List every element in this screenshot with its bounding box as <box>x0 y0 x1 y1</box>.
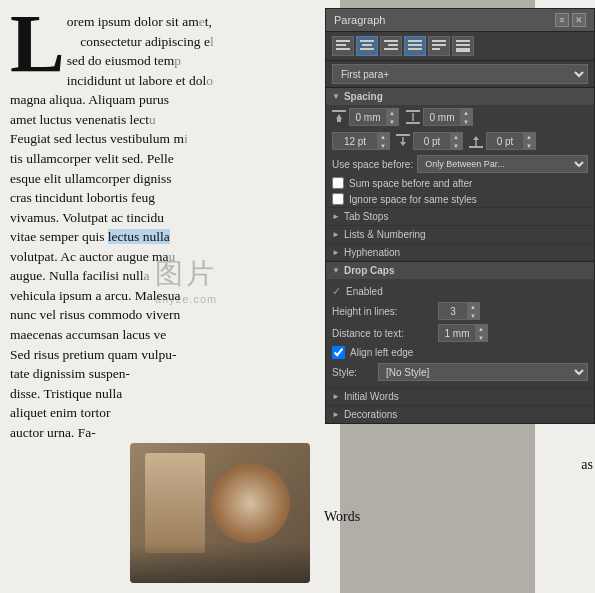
distance-input[interactable]: ▲ ▼ <box>438 324 488 342</box>
initial-words-link[interactable]: Initial Words <box>326 387 594 405</box>
alignment-toolbar <box>326 32 594 61</box>
sum-space-row: Sum space before and after <box>326 175 594 191</box>
height-up[interactable]: ▲ <box>467 302 479 311</box>
svg-rect-8 <box>384 48 398 50</box>
decorative-image <box>130 443 310 583</box>
height-input[interactable]: ▲ ▼ <box>438 302 480 320</box>
enabled-row: ✓ Enabled <box>332 283 588 300</box>
distance-down[interactable]: ▼ <box>475 333 487 342</box>
svg-rect-30 <box>469 146 483 148</box>
before-down[interactable]: ▼ <box>450 141 462 150</box>
spacing-row-1: ▲ ▼ ▲ ▼ <box>326 105 594 129</box>
svg-rect-1 <box>336 44 346 46</box>
svg-rect-18 <box>456 50 470 52</box>
panel-title: Paragraph <box>334 14 385 26</box>
use-space-before-label: Use space before: <box>332 159 413 170</box>
svg-marker-27 <box>400 142 406 146</box>
align-left-btn[interactable] <box>332 36 354 56</box>
svg-rect-25 <box>396 134 410 136</box>
sum-space-checkbox[interactable] <box>332 177 344 189</box>
svg-rect-15 <box>456 40 470 42</box>
panel-options-btn[interactable]: ≡ <box>555 13 569 27</box>
align-left-checkbox[interactable] <box>332 346 345 359</box>
svg-rect-14 <box>432 48 440 50</box>
align-justify-last-left-btn[interactable] <box>428 36 450 56</box>
decorations-link[interactable]: Decorations <box>326 405 594 423</box>
body-text-18: maecenas accumsan lacus ve <box>10 327 166 342</box>
svg-rect-6 <box>384 40 398 42</box>
svg-marker-20 <box>336 114 342 119</box>
svg-rect-19 <box>332 110 346 112</box>
svg-rect-3 <box>360 40 374 42</box>
distance-label: Distance to text: <box>332 328 432 339</box>
above-down-arrow[interactable]: ▼ <box>386 117 398 126</box>
ignore-space-checkbox[interactable] <box>332 193 344 205</box>
svg-rect-10 <box>408 44 422 46</box>
style-dropdown-dropcaps[interactable]: [No Style] <box>378 363 588 381</box>
body-text-14: volutpat. Ac auctor augue ma <box>10 249 169 264</box>
style-row-label: Style: <box>332 367 372 378</box>
use-space-before-dropdown[interactable]: Only Between Par... <box>417 155 588 173</box>
tab-stops-link[interactable]: Tab Stops <box>326 207 594 225</box>
distance-row: Distance to text: ▲ ▼ <box>332 322 588 344</box>
spacing-section-header[interactable]: Spacing <box>326 87 594 105</box>
hyphenation-link[interactable]: Hyphenation <box>326 243 594 261</box>
svg-rect-13 <box>432 44 446 46</box>
body-text-17: nunc vel risus commodo vivern <box>10 307 180 322</box>
after-pt-input[interactable]: ▲ ▼ <box>486 132 536 150</box>
body-text-5: incididunt ut labore et dol <box>67 73 206 88</box>
svg-rect-11 <box>408 48 422 50</box>
align-left-row: Align left edge <box>332 344 588 361</box>
line-height-input[interactable]: ▲ ▼ <box>332 132 390 150</box>
above-spacing-input[interactable]: ▲ ▼ <box>349 108 399 126</box>
panel-close-btn[interactable]: ✕ <box>572 13 586 27</box>
svg-rect-2 <box>336 48 350 50</box>
svg-rect-22 <box>406 110 420 112</box>
above-up-arrow[interactable]: ▲ <box>386 108 398 117</box>
svg-marker-28 <box>473 136 479 140</box>
body-text-19: Sed risus pretium quam vulpu- <box>10 347 176 362</box>
before-pt-input[interactable]: ▲ ▼ <box>413 132 463 150</box>
svg-rect-4 <box>362 44 372 46</box>
below-spacing-input[interactable]: ▲ ▼ <box>423 108 473 126</box>
style-dropdown[interactable]: First para+ <box>332 64 588 84</box>
body-text-10: esque elit ullamcorper digniss <box>10 171 172 186</box>
align-justify-btn[interactable] <box>404 36 426 56</box>
ignore-space-label: Ignore space for same styles <box>349 194 477 205</box>
align-center-btn[interactable] <box>356 36 378 56</box>
bottom-as: as <box>581 457 593 473</box>
body-text-21: disse. Tristique nulla <box>10 386 122 401</box>
after-down[interactable]: ▼ <box>523 141 535 150</box>
enabled-checkmark: ✓ <box>332 285 341 298</box>
height-down[interactable]: ▼ <box>467 311 479 320</box>
after-up[interactable]: ▲ <box>523 132 535 141</box>
align-justify-all-btn[interactable] <box>452 36 474 56</box>
distance-up[interactable]: ▲ <box>475 324 487 333</box>
before-up[interactable]: ▲ <box>450 132 462 141</box>
below-down-arrow[interactable]: ▼ <box>460 117 472 126</box>
lists-numbering-row[interactable]: ► Lists & Numbering <box>326 225 594 243</box>
drop-caps-content: ✓ Enabled Height in lines: ▲ ▼ Distance … <box>326 279 594 387</box>
spacing-row-2: ▲ ▼ ▲ ▼ ▲ ▼ <box>326 129 594 153</box>
svg-rect-17 <box>456 48 470 50</box>
drop-caps-section-header[interactable]: Drop Caps <box>326 261 594 279</box>
svg-rect-7 <box>388 44 398 46</box>
body-text-9: tis ullamcorper velit sed. Pelle <box>10 151 174 166</box>
use-space-before-row: Use space before: Only Between Par... <box>326 153 594 175</box>
line-height-up[interactable]: ▲ <box>377 132 389 141</box>
watermark: 图片 anyze.com <box>155 255 217 305</box>
align-right-btn[interactable] <box>380 36 402 56</box>
body-text: orem ipsum dolor sit am <box>67 14 199 29</box>
body-text-3: consectetur adipiscing e <box>67 34 210 49</box>
after-spacing-icon <box>469 134 483 148</box>
enabled-label: Enabled <box>346 286 383 297</box>
body-text-22: aliquet enim tortor <box>10 405 110 420</box>
body-text-13: vitae semper quis <box>10 229 108 244</box>
body-text-12: vivamus. Volutpat ac tincidu <box>10 210 164 225</box>
body-text-2: t, <box>205 14 212 29</box>
below-up-arrow[interactable]: ▲ <box>460 108 472 117</box>
svg-rect-9 <box>408 40 422 42</box>
align-left-label: Align left edge <box>350 347 413 358</box>
drop-caps-label: Drop Caps <box>344 265 395 276</box>
line-height-down[interactable]: ▼ <box>377 141 389 150</box>
